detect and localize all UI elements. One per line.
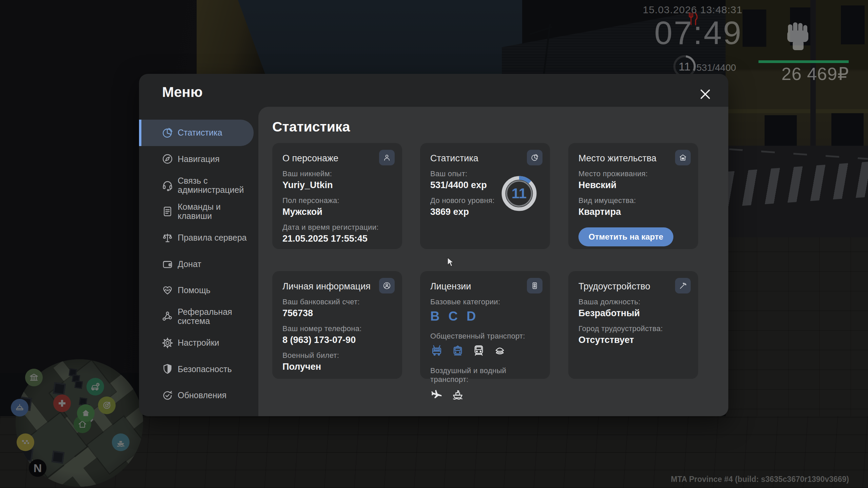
air-water-section: Воздушный и водный транспорт: — [430, 366, 540, 402]
field: Город трудоустройства: Отсутствует — [578, 324, 688, 345]
sidebar-item-donate[interactable]: Донат — [139, 251, 254, 278]
field-label: Общественный транспорт: — [430, 332, 540, 341]
compass-icon — [161, 153, 174, 165]
ship-icon — [451, 387, 464, 402]
menu-title: Меню — [162, 84, 203, 100]
level-progress-ring: 11 — [500, 174, 538, 213]
sidebar-item-label: Донат — [178, 260, 250, 269]
field-label: Пол персонажа: — [282, 196, 392, 205]
sidebar-item-updates[interactable]: Обновления — [139, 382, 254, 409]
network-icon — [161, 310, 174, 323]
tram-icon — [451, 344, 464, 358]
shield-icon — [161, 363, 174, 375]
field-value: Yuriy_Utkin — [282, 180, 392, 190]
field-value: 756738 — [282, 308, 392, 319]
pickaxe-icon — [675, 278, 691, 293]
sidebar-item-referral[interactable]: Реферальная система — [139, 304, 254, 330]
update-icon — [161, 389, 174, 402]
field-label: Город трудоустройства: — [578, 324, 688, 333]
field-label: Ваш никнейм: — [282, 169, 392, 178]
field: До нового уровня: 3869 exp — [430, 196, 503, 217]
id-card-icon — [527, 278, 542, 293]
card-title: Трудоустройство — [578, 281, 688, 292]
field: Ваш номер телефона: 8 (963) 173-07-90 — [282, 324, 392, 345]
field-label: Ваш опыт: — [430, 169, 503, 178]
field-value: Невский — [578, 180, 688, 190]
field-label: Воздушный и водный транспорт: — [430, 366, 540, 384]
field: Ваш опыт: 531/4400 exp — [430, 169, 503, 190]
field: Место проживания: Невский — [578, 169, 688, 190]
card-title: Статистика — [430, 153, 540, 164]
field: Пол персонажа: Мужской — [282, 196, 392, 217]
public-transport-section: Общественный транспорт: — [430, 332, 540, 358]
heart-hands-icon — [161, 284, 174, 297]
sidebar-item-settings[interactable]: Настройки — [139, 330, 254, 356]
gear-icon — [161, 337, 174, 349]
game-screen: N 15.03.2026 13:48:31 07:49 11 531/4400 … — [0, 0, 868, 488]
field-value: Отсутствует — [578, 335, 688, 345]
sidebar-item-label: Статистика — [178, 128, 250, 137]
card-title: Личная информация — [282, 281, 392, 292]
field: Ваш никнейм: Yuriy_Utkin — [282, 169, 392, 190]
field-value: 21.05.2025 17:55:45 — [282, 233, 392, 244]
mouse-cursor — [447, 257, 456, 268]
license-category: D — [467, 309, 476, 324]
field-label: До нового уровня: — [430, 196, 503, 205]
field-value: Мужской — [282, 207, 392, 217]
sidebar-item-security[interactable]: Безопасность — [139, 356, 254, 383]
sidebar-item-server-rules[interactable]: Правила сервера — [139, 225, 254, 251]
sidebar-item-statistics[interactable]: Статистика — [139, 120, 254, 146]
card-title: О персонаже — [282, 153, 392, 164]
card-statistics: Статистика Ваш опыт: 531/4400 exp До нов… — [420, 143, 550, 249]
field-label: Базовые категории: — [430, 298, 540, 306]
sidebar-item-label: Обновления — [178, 391, 250, 400]
sidebar-item-navigation[interactable]: Навигация — [139, 146, 254, 172]
field-label: Ваша должность: — [578, 298, 688, 306]
sidebar-item-help[interactable]: Помощь — [139, 277, 254, 304]
card-title: Место жительства — [578, 153, 688, 164]
field-label: Дата и время регистрации: — [282, 223, 392, 232]
pie-chart-icon — [527, 150, 542, 165]
field-value: Получен — [282, 362, 392, 372]
field-label: Ваш номер телефона: — [282, 324, 392, 333]
scales-icon — [161, 232, 174, 244]
card-residence: Место жительства Место проживания: Невск… — [568, 143, 698, 249]
trolleybus-icon — [430, 344, 443, 358]
sidebar-item-label: Настройки — [178, 338, 250, 347]
content-heading: Статистика — [272, 119, 350, 135]
sidebar-item-label: Реферальная система — [178, 307, 250, 326]
field-value: Безработный — [578, 308, 688, 319]
field: Дата и время регистрации: 21.05.2025 17:… — [282, 223, 392, 244]
card-licenses: Лицензии Базовые категории: B C D Общест… — [420, 271, 550, 379]
mark-on-map-button[interactable]: Отметить на карте — [578, 227, 673, 246]
field: Ваш банковский счет: 756738 — [282, 298, 392, 319]
menu-window: Меню Статистика Навигация — [139, 74, 728, 416]
captain-cap-icon — [493, 344, 506, 358]
sidebar-item-commands-keys[interactable]: Команды и клавиши — [139, 199, 254, 225]
field-value: 531/4400 exp — [430, 180, 503, 190]
field: Вид имущества: Квартира — [578, 196, 688, 217]
license-categories: B C D — [430, 309, 540, 324]
field-value: 8 (963) 173-07-90 — [282, 335, 392, 345]
sidebar-item-label: Безопасность — [178, 365, 250, 374]
headset-icon — [161, 179, 174, 191]
card-character: О персонаже Ваш никнейм: Yuriy_Utkin Пол… — [272, 143, 402, 249]
sidebar-item-label: Помощь — [178, 286, 250, 295]
card-personal-info: Личная информация Ваш банковский счет: 7… — [272, 271, 402, 379]
document-icon — [161, 205, 174, 218]
field: Ваша должность: Безработный — [578, 298, 688, 319]
close-icon[interactable] — [697, 86, 713, 102]
categories-section: Базовые категории: B C D — [430, 298, 540, 324]
train-icon — [472, 344, 485, 358]
field-label: Место проживания: — [578, 169, 688, 178]
menu-content: Статистика О персонаже Ваш никнейм: Yuri… — [258, 107, 728, 416]
ring-level: 11 — [500, 174, 538, 213]
sidebar-item-admin-contact[interactable]: Связь с администрацией — [139, 172, 254, 199]
sidebar: Статистика Навигация Связь с администрац… — [139, 120, 254, 409]
field-label: Ваш банковский счет: — [282, 298, 392, 306]
house-icon — [675, 150, 691, 165]
sidebar-item-label: Команды и клавиши — [178, 202, 250, 221]
field: Военный билет: Получен — [282, 351, 392, 372]
field-value: Квартира — [578, 207, 688, 217]
license-category: C — [448, 309, 457, 324]
